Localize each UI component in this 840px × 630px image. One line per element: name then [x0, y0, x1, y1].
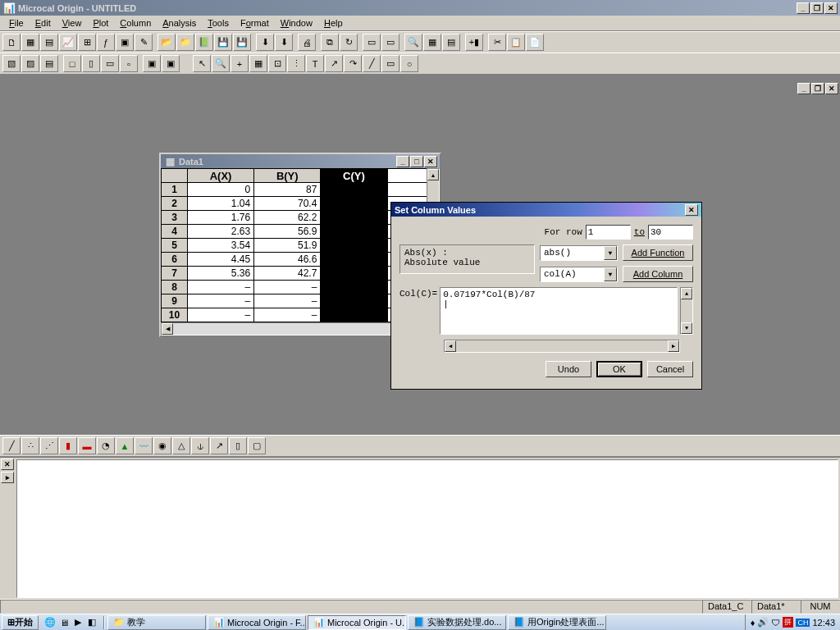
cell-selected[interactable]	[321, 239, 387, 253]
tray-icon[interactable]: ♦	[751, 618, 756, 628]
ime-icon[interactable]: CH	[796, 619, 810, 627]
cell[interactable]: 62.2	[254, 211, 321, 225]
data-selector-tool[interactable]: ⊡	[268, 55, 286, 72]
add-column-dlg-button[interactable]: Add Column	[623, 266, 693, 282]
stock-plot-button[interactable]: ⫝	[191, 437, 209, 454]
duplicate-button[interactable]: ⧉	[321, 34, 339, 51]
merge-button[interactable]: ▣	[162, 55, 180, 72]
cell-selected[interactable]	[321, 225, 387, 239]
new-layout-button[interactable]: ▣	[116, 34, 134, 51]
cell[interactable]: 5.36	[188, 267, 254, 281]
open-button[interactable]: 📂	[158, 34, 176, 51]
cell-selected[interactable]	[321, 253, 387, 267]
taskbar-task[interactable]: 📘实验数据处理.do...	[408, 615, 506, 630]
cell-selected[interactable]	[321, 197, 387, 211]
rect-tool[interactable]: ▭	[381, 55, 399, 72]
output-textarea[interactable]	[16, 459, 838, 598]
cell[interactable]: 2.63	[188, 225, 254, 239]
cell[interactable]: 56.9	[254, 225, 321, 239]
spline-plot-button[interactable]: 〰	[135, 437, 153, 454]
taskbar-task[interactable]: 📘用Origin处理表面...	[508, 615, 606, 630]
cell[interactable]: 4.45	[188, 253, 254, 267]
ws-maximize-button[interactable]: □	[410, 156, 423, 167]
tray-icon[interactable]: 🔊	[757, 617, 769, 628]
script-window-button[interactable]: ▤	[442, 34, 460, 51]
row-header[interactable]: 9	[162, 294, 188, 308]
results-log-button[interactable]: ▦	[423, 34, 441, 51]
ime-icon[interactable]: 拼	[783, 617, 793, 628]
ie-icon[interactable]: 🌐	[43, 616, 57, 629]
open-excel-button[interactable]: 📗	[195, 34, 213, 51]
3d-plot-button[interactable]: ◉	[153, 437, 171, 454]
row-to-input[interactable]	[648, 225, 693, 240]
taskbar-task[interactable]: 📊Microcal Origin - F...	[208, 615, 306, 630]
ws-minimize-button[interactable]: _	[396, 156, 409, 167]
cell[interactable]: 46.6	[254, 253, 321, 267]
rescale-button[interactable]: 🔍	[404, 34, 422, 51]
menu-file[interactable]: File	[3, 16, 30, 30]
row-header[interactable]: 5	[162, 239, 188, 253]
add-layer-button[interactable]: ▭	[381, 34, 399, 51]
cell[interactable]: 42.7	[254, 267, 321, 281]
scroll-left-icon[interactable]: ◀	[162, 323, 173, 335]
menu-tools[interactable]: Tools	[202, 16, 235, 30]
text-tool[interactable]: T	[306, 55, 324, 72]
new-graph-button[interactable]: 📈	[59, 34, 77, 51]
graph3-button[interactable]: ▤	[40, 55, 58, 72]
graph2-button[interactable]: ▨	[21, 55, 39, 72]
maximize-button[interactable]: ❐	[810, 2, 824, 14]
row-header[interactable]: 2	[162, 197, 188, 211]
menu-format[interactable]: Format	[235, 16, 275, 30]
undo-button[interactable]: Undo	[546, 361, 591, 377]
area-plot-button[interactable]: ▲	[116, 437, 134, 454]
screen-reader-tool[interactable]: ▦	[249, 55, 267, 72]
menu-window[interactable]: Window	[275, 16, 318, 30]
formula-scrollbar[interactable]: ▲ ▼	[680, 287, 693, 335]
ok-button[interactable]: OK	[596, 361, 642, 377]
zoom-tool[interactable]: 🔍	[212, 55, 230, 72]
dialog-titlebar[interactable]: Set Column Values ✕	[391, 203, 701, 217]
dialog-close-button[interactable]: ✕	[685, 204, 698, 216]
paste-button[interactable]: 📄	[526, 34, 544, 51]
pointer-tool[interactable]: ↖	[193, 55, 211, 72]
scroll-up-icon[interactable]: ▲	[427, 169, 439, 180]
extract-button[interactable]: ▣	[143, 55, 161, 72]
vector-plot-button[interactable]: ↗	[210, 437, 228, 454]
formula-hscroll[interactable]: ◀ ▶	[444, 340, 680, 353]
refresh-button[interactable]: ↻	[340, 34, 358, 51]
line-tool[interactable]: ╱	[363, 55, 381, 72]
new-excel-button[interactable]: ▤	[40, 34, 58, 51]
open-template-button[interactable]: 📁	[176, 34, 194, 51]
cell-selected[interactable]	[321, 183, 387, 197]
mdi-restore-button[interactable]: ❐	[811, 83, 824, 94]
cell[interactable]: 51.9	[254, 239, 321, 253]
col-header-a[interactable]: A(X)	[188, 169, 254, 183]
scroll-right-icon[interactable]: ▶	[668, 340, 679, 352]
column-plot-button[interactable]: ▮	[59, 437, 77, 454]
line-symbol-button[interactable]: ⋰	[40, 437, 58, 454]
copy-button[interactable]: 📋	[507, 34, 525, 51]
desktop-icon[interactable]: 🖥	[57, 616, 71, 629]
row-from-input[interactable]	[586, 225, 631, 240]
line-plot-button[interactable]: ╱	[2, 437, 21, 454]
bar-plot-button[interactable]: ▬	[78, 437, 96, 454]
cell[interactable]: 1.76	[188, 211, 254, 225]
menu-help[interactable]: Help	[318, 16, 349, 30]
corner-cell[interactable]	[162, 169, 188, 183]
cell[interactable]: 70.4	[254, 197, 321, 211]
row-header[interactable]: 4	[162, 225, 188, 239]
new-function-button[interactable]: ƒ	[97, 34, 115, 51]
start-button[interactable]: ⊞ 开始	[2, 615, 39, 630]
save-template-button[interactable]: 💾	[233, 34, 251, 51]
import-multi-button[interactable]: ⬇	[275, 34, 293, 51]
app-icon[interactable]: ◧	[85, 616, 98, 629]
minimize-button[interactable]: _	[797, 2, 810, 14]
arrow-tool[interactable]: ↗	[325, 55, 343, 72]
cell[interactable]: 1.04	[188, 197, 254, 211]
new-project-button[interactable]: 🗋	[2, 34, 21, 51]
add-column-button[interactable]: +▮	[465, 34, 483, 51]
add-function-button[interactable]: Add Function	[623, 244, 693, 261]
ternary-plot-button[interactable]: △	[172, 437, 190, 454]
mdi-minimize-button[interactable]: _	[797, 83, 810, 94]
menu-column[interactable]: Column	[114, 16, 157, 30]
